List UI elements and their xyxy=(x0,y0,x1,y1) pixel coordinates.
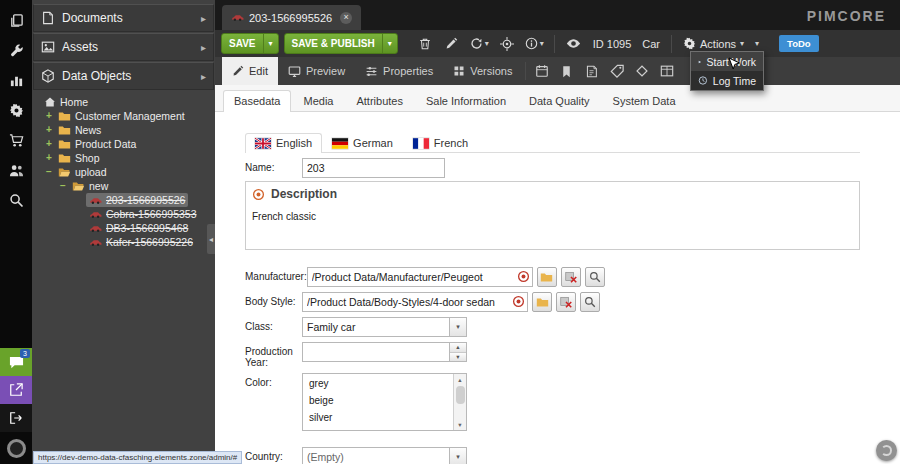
menu-item-log-time[interactable]: Log Time xyxy=(691,71,763,90)
open-object-tab[interactable]: 203-1566995526 × xyxy=(222,5,361,30)
menu-item-start-work[interactable]: Start Work xyxy=(691,52,763,71)
tree-item-new[interactable]: − new xyxy=(32,179,215,193)
class-select[interactable]: Family car ▾ xyxy=(302,317,467,337)
folder-icon xyxy=(58,138,71,151)
description-editor[interactable]: French classic xyxy=(246,205,859,249)
photo-icon xyxy=(41,40,55,54)
tree-item-db3[interactable]: DB3-1566995468 xyxy=(32,221,215,235)
expand-plus-icon[interactable]: + xyxy=(44,153,54,163)
notifications-button[interactable]: 3 xyxy=(0,348,32,376)
schedule-button[interactable] xyxy=(529,57,554,85)
collapse-minus-icon[interactable]: − xyxy=(44,167,54,177)
customers-icon[interactable] xyxy=(0,155,32,185)
expand-plus-icon[interactable]: + xyxy=(44,139,54,149)
dot-circle-icon xyxy=(252,188,265,201)
sidebar-collapse-handle[interactable]: ◂ xyxy=(207,224,215,254)
actions-menu-caret-icon[interactable]: ▾ xyxy=(752,39,762,48)
sidebar-section-documents[interactable]: Documents ▸ xyxy=(33,4,214,32)
tree-item-label: News xyxy=(75,123,101,137)
manufacturer-relation-field xyxy=(307,267,533,287)
save-publish-button[interactable]: SAVE & PUBLISH ▾ xyxy=(284,33,398,54)
delete-button[interactable] xyxy=(414,33,436,55)
settings-gear-icon[interactable] xyxy=(0,95,32,125)
manufacturer-input[interactable] xyxy=(307,267,533,287)
sidebar-section-data-objects[interactable]: Data Objects ▸ xyxy=(33,62,214,90)
body-style-open-button[interactable] xyxy=(532,292,552,312)
reload-button[interactable]: ▾ xyxy=(468,37,491,50)
tab-preview[interactable]: Preview xyxy=(278,57,355,85)
actions-button[interactable]: Actions ▾ xyxy=(680,37,747,50)
manufacturer-search-button[interactable] xyxy=(585,267,605,287)
scroll-down-icon[interactable]: ▾ xyxy=(458,419,461,430)
help-bubble[interactable] xyxy=(876,440,897,461)
close-tab-icon[interactable]: × xyxy=(340,12,352,24)
tree-item-product-data[interactable]: + Product Data xyxy=(32,137,215,151)
caret-down-icon[interactable]: ▾ xyxy=(449,318,466,336)
ecommerce-cart-icon[interactable] xyxy=(0,125,32,155)
tree-item-cobra[interactable]: Cobra-1566995353 xyxy=(32,207,215,221)
tab-edit[interactable]: Edit xyxy=(222,57,278,85)
search-icon[interactable] xyxy=(0,185,32,215)
bookmark-button[interactable] xyxy=(554,57,579,85)
sidebar-section-assets[interactable]: Assets ▸ xyxy=(33,33,214,61)
tab-media[interactable]: Media xyxy=(292,90,344,112)
tab-sale-information[interactable]: Sale Information xyxy=(415,90,517,112)
scroll-up-icon[interactable]: ▴ xyxy=(458,374,461,385)
tree-item-kafer[interactable]: Kafer-1566995226 xyxy=(32,235,215,249)
body-style-remove-button[interactable] xyxy=(556,292,576,312)
tab-versions[interactable]: Versions xyxy=(443,57,522,85)
tab-language-french[interactable]: French xyxy=(403,133,478,153)
scrollbar-thumb[interactable] xyxy=(456,386,465,404)
body-style-search-button[interactable] xyxy=(580,292,600,312)
rename-button[interactable] xyxy=(441,33,463,55)
caret-down-icon[interactable]: ▾ xyxy=(449,448,466,464)
tab-basedata[interactable]: Basedata xyxy=(223,90,291,112)
notes-button[interactable] xyxy=(579,57,604,85)
tab-attributes[interactable]: Attributes xyxy=(345,90,413,112)
tree-item-home[interactable]: Home xyxy=(32,95,215,109)
tab-language-english[interactable]: English xyxy=(245,133,322,153)
tab-data-quality[interactable]: Data Quality xyxy=(518,90,601,112)
save-publish-caret-icon[interactable]: ▾ xyxy=(382,34,397,53)
expand-plus-icon[interactable]: + xyxy=(44,111,54,121)
manufacturer-remove-button[interactable] xyxy=(561,267,581,287)
tree-item-shop[interactable]: + Shop xyxy=(32,151,215,165)
save-caret-icon[interactable]: ▾ xyxy=(263,34,278,53)
listbox-scrollbar[interactable]: ▴ ▾ xyxy=(453,374,466,430)
manufacturer-open-button[interactable] xyxy=(537,267,557,287)
remove-icon xyxy=(564,270,578,284)
workflow-button[interactable] xyxy=(629,57,654,85)
tree-item-news[interactable]: + News xyxy=(32,123,215,137)
rail-bottom: 3 xyxy=(0,348,32,464)
collapse-minus-icon[interactable]: − xyxy=(58,181,68,191)
spin-down-icon[interactable]: ▾ xyxy=(450,352,466,362)
save-button[interactable]: SAVE ▾ xyxy=(221,33,279,54)
user-avatar[interactable] xyxy=(7,439,26,458)
color-option[interactable]: beige xyxy=(303,392,453,409)
body-style-input[interactable] xyxy=(302,292,528,312)
files-icon[interactable] xyxy=(0,5,32,35)
production-year-spinner[interactable]: ▴ ▾ xyxy=(302,342,467,362)
tools-icon[interactable] xyxy=(0,35,32,65)
tab-system-data[interactable]: System Data xyxy=(602,90,687,112)
tab-properties[interactable]: Properties xyxy=(355,57,443,85)
name-input[interactable] xyxy=(302,158,445,178)
tree-item-203[interactable]: 203-1566995526 xyxy=(32,193,215,207)
tree-item-label: Home xyxy=(60,95,88,109)
preview-eye-button[interactable] xyxy=(563,33,585,55)
color-option[interactable]: silver xyxy=(303,409,453,426)
spin-up-icon[interactable]: ▴ xyxy=(450,343,466,352)
share-button[interactable] xyxy=(0,376,32,404)
layout-button[interactable] xyxy=(654,57,679,85)
color-option[interactable]: grey xyxy=(303,375,453,392)
locate-in-tree-button[interactable] xyxy=(496,33,518,55)
tags-button[interactable] xyxy=(604,57,629,85)
logout-button[interactable] xyxy=(0,404,32,432)
tab-language-german[interactable]: German xyxy=(322,133,403,153)
reports-icon[interactable] xyxy=(0,65,32,95)
info-button[interactable]: ▾ xyxy=(523,37,546,50)
country-select[interactable]: (Empty) ▾ xyxy=(302,447,467,464)
expand-plus-icon[interactable]: + xyxy=(44,125,54,135)
tree-item-customer-management[interactable]: + Customer Management xyxy=(32,109,215,123)
tree-item-upload[interactable]: − upload xyxy=(32,165,215,179)
